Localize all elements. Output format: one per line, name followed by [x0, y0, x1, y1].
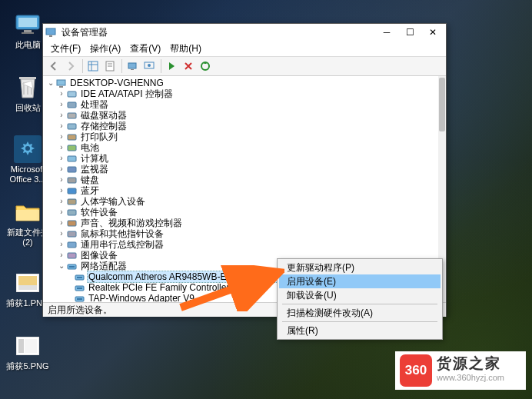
node-label: 处理器	[79, 99, 110, 110]
recycle-bin-icon	[14, 74, 42, 101]
tree-category[interactable]: ›计算机	[43, 153, 438, 164]
enable-button[interactable]	[164, 58, 179, 74]
menu-view[interactable]: 查看(V)	[125, 41, 165, 57]
node-label: 磁盘驱动器	[79, 110, 128, 121]
context-menu-item[interactable]: 扫描检测硬件改动(A)	[279, 306, 441, 320]
tree-category[interactable]: ›电池	[43, 142, 438, 153]
svg-rect-40	[68, 231, 76, 237]
context-menu-item[interactable]: 属性(R)	[279, 324, 441, 337]
desktop-icon-capture5[interactable]: 捕获5.PNG	[5, 332, 51, 371]
svg-rect-4	[19, 77, 36, 79]
expand-icon[interactable]: ›	[57, 185, 66, 196]
expand-icon[interactable]: ›	[57, 218, 66, 228]
toolbar-separator	[161, 59, 161, 73]
svg-rect-1	[18, 18, 37, 27]
collapse-icon[interactable]: ⌄	[46, 78, 55, 88]
expand-icon[interactable]: ›	[57, 164, 66, 175]
expand-icon[interactable]: ›	[57, 110, 66, 121]
expand-icon[interactable]: ›	[57, 131, 66, 142]
svg-rect-30	[68, 124, 76, 129]
tree-category[interactable]: ›软件设备	[43, 207, 438, 218]
svg-rect-39	[68, 221, 76, 226]
svg-rect-14	[88, 62, 98, 71]
svg-rect-37	[68, 199, 76, 204]
node-label: 存储控制器	[79, 121, 128, 131]
watermark-text: 货源之家	[437, 357, 504, 371]
context-menu-item[interactable]: 更新驱动程序(P)	[279, 261, 441, 274]
svg-rect-25	[57, 80, 65, 85]
titlebar[interactable]: 设备管理器 ─ ☐ ✕	[43, 24, 446, 41]
menu-action[interactable]: 操作(A)	[85, 41, 125, 57]
tree-category[interactable]: ›IDE ATA/ATAPI 控制器	[43, 88, 438, 99]
menu-separator	[282, 321, 437, 322]
update-driver-button[interactable]	[198, 58, 213, 74]
expand-icon[interactable]: ›	[57, 99, 66, 110]
show-hide-tree-button[interactable]	[85, 58, 101, 74]
collapse-icon[interactable]: ⌄	[57, 261, 66, 271]
icon-label: 捕获5.PNG	[5, 361, 51, 371]
svg-rect-46	[77, 277, 82, 278]
expand-icon[interactable]: ›	[57, 239, 66, 250]
category-icon	[66, 228, 77, 239]
device-properties-button[interactable]	[141, 58, 157, 74]
watermark-logo: 360	[400, 354, 432, 387]
tree-category[interactable]: ›蓝牙	[43, 185, 438, 196]
tree-category[interactable]: ›声音、视频和游戏控制器	[43, 218, 438, 228]
close-button[interactable]: ✕	[421, 25, 444, 40]
svg-rect-28	[68, 102, 76, 108]
svg-rect-33	[68, 156, 76, 161]
tree-category[interactable]: ›人体学输入设备	[43, 196, 438, 207]
category-icon	[66, 110, 77, 121]
expand-icon[interactable]: ›	[57, 228, 66, 239]
menu-file[interactable]: 文件(F)	[46, 41, 85, 57]
window-title: 设备管理器	[62, 26, 375, 39]
svg-rect-42	[68, 253, 76, 258]
menu-help[interactable]: 帮助(H)	[165, 41, 206, 57]
svg-point-23	[148, 64, 151, 67]
svg-rect-13	[49, 35, 52, 37]
expand-icon[interactable]: ›	[57, 121, 66, 131]
category-icon	[66, 131, 77, 142]
tree-category[interactable]: ›通用串行总线控制器	[43, 239, 438, 250]
svg-rect-11	[25, 339, 37, 353]
expand-icon[interactable]: ›	[57, 207, 66, 218]
tree-category[interactable]: ›鼠标和其他指针设备	[43, 228, 438, 239]
scan-hardware-button[interactable]	[125, 58, 140, 74]
network-adapter-icon	[74, 271, 85, 282]
expand-icon[interactable]: ›	[57, 153, 66, 164]
expand-icon[interactable]: ›	[57, 175, 66, 185]
expand-icon[interactable]: ›	[57, 250, 66, 261]
menubar: 文件(F) 操作(A) 查看(V) 帮助(H)	[43, 41, 446, 57]
context-menu-item[interactable]: 启用设备(E)	[279, 274, 441, 288]
svg-rect-34	[68, 167, 76, 172]
toolbar-separator	[82, 59, 83, 73]
properties-button[interactable]	[102, 58, 118, 74]
expand-icon[interactable]: ›	[57, 142, 66, 153]
svg-rect-20	[128, 63, 136, 68]
node-label: 电池	[79, 142, 101, 153]
tree-category[interactable]: ›存储控制器	[43, 121, 438, 131]
scrollbar-thumb[interactable]	[439, 78, 445, 131]
back-button[interactable]	[46, 58, 62, 74]
image-file-icon	[14, 269, 42, 297]
uninstall-button[interactable]	[181, 58, 196, 74]
expand-icon[interactable]: ›	[57, 196, 66, 207]
tree-root[interactable]: ⌄DESKTOP-VGHENNG	[43, 78, 438, 88]
category-icon	[66, 218, 77, 228]
forward-button[interactable]	[63, 58, 78, 74]
svg-rect-35	[68, 178, 76, 183]
tree-category[interactable]: ›磁盘驱动器	[43, 110, 438, 121]
tree-category[interactable]: ›键盘	[43, 175, 438, 185]
expand-icon[interactable]: ›	[57, 88, 66, 99]
svg-rect-41	[68, 242, 76, 248]
svg-rect-27	[68, 91, 76, 97]
maximize-button[interactable]: ☐	[398, 25, 421, 40]
minimize-button[interactable]: ─	[375, 25, 398, 40]
tree-category[interactable]: ›打印队列	[43, 131, 438, 142]
category-icon	[66, 196, 77, 207]
node-label: 打印队列	[79, 131, 119, 142]
context-menu-item[interactable]: 卸载设备(U)	[279, 288, 441, 302]
tree-category[interactable]: ›处理器	[43, 99, 438, 110]
category-icon	[66, 164, 77, 175]
tree-category[interactable]: ›监视器	[43, 164, 438, 175]
